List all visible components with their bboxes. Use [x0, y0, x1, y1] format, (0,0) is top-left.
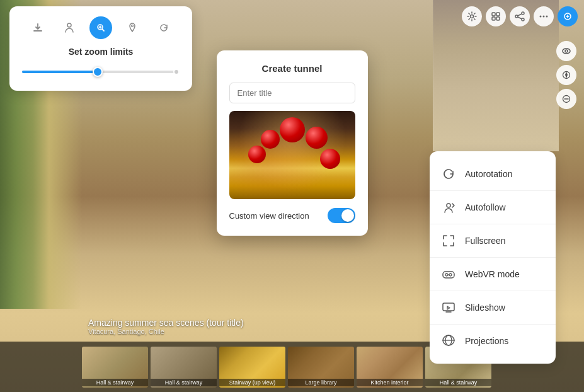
webvr-label: WebVR mode: [465, 269, 520, 279]
thumbnail-item[interactable]: Hall & stairway: [151, 347, 217, 388]
thumbnail-item[interactable]: Large library: [288, 347, 354, 388]
thumbnail-label: Hall & stairway: [425, 379, 491, 386]
modal-preview-image: [229, 111, 355, 199]
custom-view-label: Custom view direction: [229, 211, 309, 221]
thumbnail-label: Stairway (up view): [219, 379, 285, 386]
slideshow-label: Slideshow: [465, 303, 505, 313]
dropdown-autorotation[interactable]: Autorotation: [430, 158, 556, 191]
zoom-tab-person[interactable]: [58, 16, 81, 39]
svg-point-0: [471, 15, 474, 18]
projections-label: Projections: [465, 336, 508, 346]
tour-title: Amazing summer sea scenes (tour title): [88, 318, 244, 328]
more-options-button[interactable]: [534, 6, 554, 26]
svg-point-5: [522, 12, 524, 14]
svg-point-13: [565, 50, 568, 52]
autofollow-label: Autofollow: [465, 202, 506, 212]
autorotation-label: Autorotation: [465, 169, 513, 179]
dropdown-slideshow[interactable]: Slideshow: [430, 291, 556, 325]
svg-rect-2: [496, 13, 500, 16]
thumbnail-item[interactable]: Hall & stairway: [82, 347, 148, 388]
thumbnail-item[interactable]: Kitchen interior: [357, 347, 423, 388]
svg-rect-3: [492, 17, 495, 20]
slideshow-icon: [441, 300, 456, 315]
zoom-icon: [95, 22, 106, 33]
toggle-knob: [341, 209, 354, 222]
fullscreen-label: Fullscreen: [465, 236, 506, 246]
svg-point-8: [540, 16, 542, 18]
right-dropdown-menu: Autorotation Autofollow Fullscreen: [430, 151, 556, 364]
thumbnail-label: Large library: [288, 379, 354, 386]
svg-point-21: [445, 274, 448, 276]
sidebar-compass-button[interactable]: [556, 65, 576, 85]
modal-title: Create tunnel: [229, 63, 355, 74]
projections-icon: [441, 333, 456, 349]
share-button[interactable]: [510, 6, 530, 26]
compass-icon: [562, 71, 571, 79]
ornament-left2: [248, 146, 266, 163]
grid-icon: [491, 11, 501, 21]
thumbnail-label: Hall & stairway: [82, 379, 148, 386]
zoom-tabs: [22, 16, 180, 39]
ornament-right2: [320, 149, 340, 169]
svg-point-10: [546, 16, 548, 18]
zoom-popup: Set zoom limits: [9, 6, 192, 91]
sidebar-circle-button[interactable]: [556, 89, 576, 109]
share-icon: [515, 11, 525, 21]
autofollow-icon: [441, 200, 456, 215]
zoom-tab-location[interactable]: [121, 16, 144, 39]
zoom-slider-fill: [22, 71, 98, 73]
zoom-slider-thumb[interactable]: [93, 67, 103, 77]
webvr-icon: [441, 267, 456, 282]
svg-point-16: [67, 23, 71, 27]
settings-button[interactable]: [462, 6, 482, 26]
zoom-popup-title: Set zoom limits: [22, 47, 180, 57]
custom-view-toggle[interactable]: [328, 208, 355, 223]
eye-icon: [562, 47, 571, 55]
ornament-left: [261, 130, 280, 149]
zoom-tab-zoom[interactable]: [89, 16, 112, 39]
dropdown-fullscreen[interactable]: Fullscreen: [430, 224, 556, 258]
zoom-tab-refresh[interactable]: [152, 16, 175, 39]
svg-point-9: [543, 16, 545, 18]
create-tunnel-modal: Create tunnel Custom view direction: [217, 50, 368, 236]
zoom-slider[interactable]: [22, 66, 180, 78]
dropdown-webvr[interactable]: WebVR mode: [430, 258, 556, 291]
thumbnail-label: Hall & stairway: [151, 379, 217, 386]
dropdown-autofollow[interactable]: Autofollow: [430, 191, 556, 224]
svg-rect-1: [492, 13, 495, 16]
location-icon: [127, 22, 138, 33]
ornament-top: [280, 117, 305, 142]
svg-rect-4: [496, 17, 500, 20]
svg-point-19: [447, 204, 450, 207]
download-icon: [32, 22, 43, 33]
autorotation-icon: [441, 166, 456, 182]
thumbnail-label: Kitchen interior: [357, 379, 423, 386]
custom-view-row: Custom view direction: [229, 208, 355, 223]
refresh-icon: [158, 22, 169, 33]
ornament-right: [306, 127, 328, 149]
svg-point-7: [515, 15, 518, 18]
grid-button[interactable]: [486, 6, 506, 26]
minus-icon: [562, 95, 571, 103]
person-icon: [64, 22, 75, 33]
svg-point-12: [563, 49, 570, 54]
svg-point-6: [522, 18, 524, 21]
tour-location: Vitacura, Santiago, Chile: [88, 328, 244, 335]
right-sidebar: [555, 6, 578, 392]
settings-icon: [467, 11, 477, 21]
fullscreen-icon: [441, 233, 456, 248]
thumbnail-item[interactable]: Stairway (up view): [219, 347, 285, 388]
more-icon: [539, 11, 549, 21]
zoom-tab-download[interactable]: [26, 16, 49, 39]
zoom-slider-end: [173, 69, 180, 75]
svg-point-18: [132, 25, 134, 27]
svg-point-22: [449, 274, 452, 276]
tunnel-title-input[interactable]: [229, 83, 355, 103]
sidebar-view-button[interactable]: [556, 41, 576, 61]
dropdown-projections[interactable]: Projections: [430, 325, 556, 357]
tour-info: Amazing summer sea scenes (tour title) V…: [88, 318, 244, 335]
